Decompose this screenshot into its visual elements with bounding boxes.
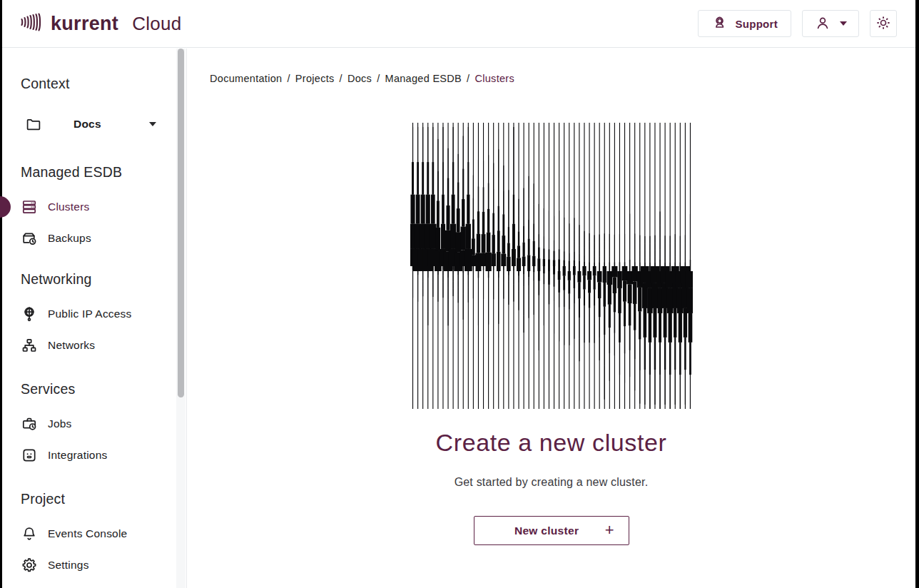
new-cluster-button[interactable]: New cluster +: [474, 516, 629, 545]
sidebar-item-backups[interactable]: Backups: [21, 223, 176, 254]
op-art-stripes-illustration: [410, 123, 693, 409]
kurrent-cloud-logo[interactable]: kurrent Cloud: [20, 10, 182, 37]
context-picker[interactable]: Docs: [21, 108, 176, 140]
window-edge-right: [915, 0, 919, 588]
breadcrumb-item[interactable]: Projects: [295, 73, 335, 84]
sidebar: Context Docs Managed ESDB Clusters: [2, 49, 176, 588]
page-subtitle: Get started by creating a new cluster.: [187, 475, 915, 490]
jobs-icon: [21, 415, 38, 432]
sidebar-item-integrations[interactable]: Integrations: [21, 440, 176, 471]
plus-icon: +: [605, 522, 614, 538]
sidebar-section-networking: Networking: [21, 270, 176, 288]
user-icon: [814, 14, 831, 34]
sidebar-item-networks[interactable]: Networks: [21, 330, 176, 361]
breadcrumb-separator: /: [467, 73, 469, 84]
chevron-down-icon: [840, 21, 847, 26]
breadcrumb-separator: /: [377, 73, 380, 84]
sidebar-item-label: Networks: [48, 339, 95, 352]
support-button[interactable]: Support: [698, 10, 791, 37]
breadcrumb-item[interactable]: Documentation: [210, 73, 282, 84]
product-name: Cloud: [132, 13, 181, 35]
sidebar-item-label: Integrations: [48, 449, 107, 462]
sidebar-item-label: Events Console: [48, 527, 127, 540]
sidebar-item-label: Public IP Access: [48, 308, 132, 320]
sidebar-item-label: Backups: [48, 232, 91, 245]
sidebar-item-label: Settings: [48, 559, 89, 572]
public-ip-icon: [21, 305, 38, 323]
top-header: kurrent Cloud Support: [2, 0, 915, 48]
page-title: Create a new cluster: [187, 427, 915, 458]
sidebar-item-clusters[interactable]: Clusters: [21, 191, 176, 223]
window-edge-left: [0, 0, 2, 588]
breadcrumb: Documentation/Projects/Docs/Managed ESDB…: [210, 73, 514, 84]
sun-icon: [875, 14, 892, 34]
sidebar-item-label: Clusters: [48, 201, 89, 213]
networks-icon: [21, 337, 38, 354]
sidebar-item-public-ip-access[interactable]: Public IP Access: [21, 298, 176, 330]
user-menu-button[interactable]: [802, 10, 859, 37]
breadcrumb-item[interactable]: Managed ESDB: [385, 73, 462, 84]
context-picker-value: Docs: [73, 118, 101, 131]
gear-icon: [21, 557, 38, 574]
breadcrumb-separator: /: [340, 73, 342, 84]
new-cluster-label: New cluster: [489, 524, 605, 537]
main-content: Documentation/Projects/Docs/Managed ESDB…: [187, 49, 915, 588]
sidebar-section-project: Project: [21, 490, 176, 508]
clusters-icon: [21, 198, 38, 216]
sidebar-scrollbar-track: [176, 49, 186, 588]
sidebar-section-services: Services: [21, 380, 176, 398]
folder-icon: [25, 116, 42, 133]
chevron-down-icon: [149, 122, 156, 126]
backups-icon: [21, 230, 38, 247]
sidebar-item-events-console[interactable]: Events Console: [21, 518, 176, 549]
support-label: Support: [735, 18, 778, 30]
sidebar-section-context: Context: [21, 74, 176, 93]
breadcrumb-item[interactable]: Docs: [347, 73, 372, 84]
bell-icon: [21, 525, 38, 542]
sidebar-item-jobs[interactable]: Jobs: [21, 408, 176, 440]
kurrent-logo-mark-icon: [20, 10, 43, 37]
sidebar-item-settings[interactable]: Settings: [21, 549, 176, 581]
breadcrumb-item-current: Clusters: [474, 73, 514, 84]
support-agent-icon: [711, 14, 728, 33]
sidebar-scrollbar-thumb[interactable]: [178, 49, 184, 397]
integrations-icon: [21, 447, 38, 464]
sidebar-section-managed-esdb: Managed ESDB: [21, 163, 176, 181]
sidebar-divider: [186, 49, 187, 588]
breadcrumb-separator: /: [287, 73, 290, 84]
brand-name: kurrent: [51, 13, 118, 35]
theme-toggle-button[interactable]: [870, 10, 897, 37]
sidebar-item-label: Jobs: [48, 417, 72, 430]
